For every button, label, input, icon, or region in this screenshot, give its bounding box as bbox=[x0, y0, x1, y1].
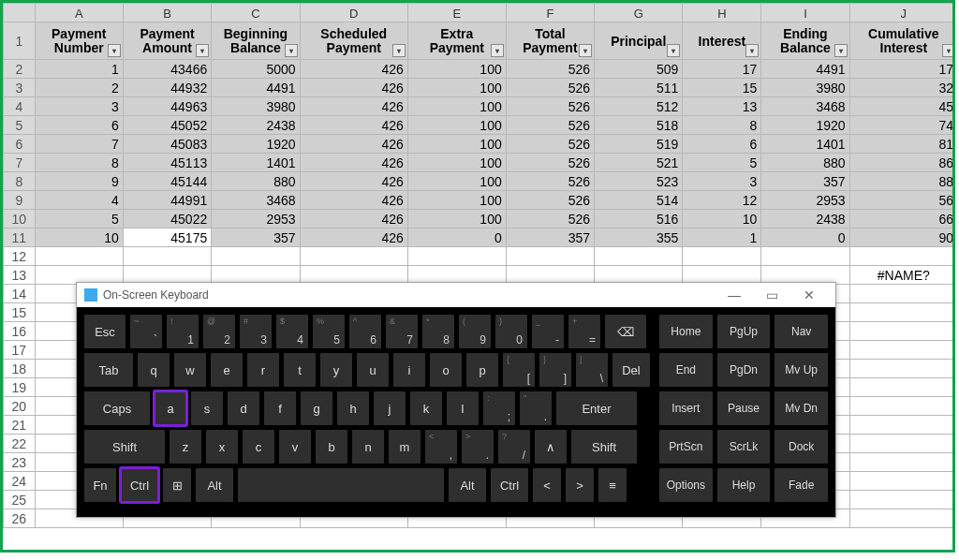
key-mvup[interactable]: Mv Up bbox=[775, 353, 828, 387]
empty-cell[interactable] bbox=[595, 247, 683, 266]
data-cell[interactable]: 523 bbox=[595, 172, 683, 191]
table-header-cell[interactable]: PaymentAmount▾ bbox=[123, 22, 211, 60]
empty-cell[interactable] bbox=[849, 378, 955, 397]
row-header[interactable]: 18 bbox=[4, 360, 36, 378]
filter-dropdown-icon[interactable]: ▾ bbox=[667, 44, 680, 57]
data-cell[interactable]: 0 bbox=[761, 228, 849, 247]
empty-cell[interactable] bbox=[849, 509, 955, 528]
data-cell[interactable]: 5 bbox=[683, 154, 761, 172]
key-[interactable]: <, bbox=[425, 430, 457, 464]
key-p[interactable]: p bbox=[466, 353, 498, 387]
row-header[interactable]: 9 bbox=[4, 191, 36, 210]
data-cell[interactable]: 8 bbox=[683, 116, 761, 135]
data-cell[interactable]: 426 bbox=[300, 210, 407, 228]
key-t[interactable]: t bbox=[284, 353, 316, 387]
key-[interactable]: ⌫ bbox=[605, 315, 646, 348]
data-cell[interactable]: 519 bbox=[595, 135, 683, 154]
data-cell[interactable]: 511 bbox=[595, 79, 683, 97]
row-header[interactable]: 7 bbox=[4, 154, 36, 172]
row-header[interactable]: 10 bbox=[4, 210, 36, 228]
data-cell[interactable]: 526 bbox=[506, 97, 594, 116]
empty-cell[interactable] bbox=[849, 416, 955, 435]
key-options[interactable]: Options bbox=[659, 468, 713, 502]
row-header[interactable]: 8 bbox=[4, 172, 36, 191]
data-cell[interactable]: 32 bbox=[849, 79, 955, 97]
data-cell[interactable]: 44932 bbox=[123, 79, 211, 97]
key-x[interactable]: x bbox=[206, 430, 238, 464]
data-cell[interactable]: 17 bbox=[849, 60, 955, 79]
row-header[interactable]: 17 bbox=[4, 341, 36, 360]
filter-dropdown-icon[interactable]: ▾ bbox=[745, 44, 759, 57]
data-cell[interactable]: 10 bbox=[683, 210, 761, 228]
key-fn[interactable]: Fn bbox=[84, 468, 116, 502]
data-cell[interactable]: 100 bbox=[407, 172, 506, 191]
key-0[interactable]: )0 bbox=[495, 315, 527, 348]
error-cell[interactable]: #NAME? bbox=[849, 266, 955, 285]
key-esc[interactable]: Esc bbox=[84, 315, 125, 348]
data-cell[interactable]: 3468 bbox=[212, 191, 300, 210]
col-header[interactable]: C bbox=[212, 4, 300, 22]
row-header[interactable]: 21 bbox=[4, 416, 36, 435]
data-cell[interactable]: 4491 bbox=[212, 79, 300, 97]
key-[interactable]: < bbox=[533, 468, 561, 502]
data-cell[interactable]: 17 bbox=[683, 60, 761, 79]
row-header[interactable]: 11 bbox=[4, 228, 36, 247]
empty-cell[interactable] bbox=[506, 247, 594, 266]
key-[interactable]: > bbox=[566, 468, 594, 502]
key-[interactable]: {[ bbox=[503, 353, 535, 387]
data-cell[interactable]: 44991 bbox=[123, 191, 211, 210]
col-header[interactable]: B bbox=[123, 4, 211, 22]
data-cell[interactable]: 2 bbox=[35, 79, 123, 97]
filter-dropdown-icon[interactable]: ▾ bbox=[196, 44, 209, 57]
empty-cell[interactable] bbox=[849, 322, 955, 341]
data-cell[interactable]: 516 bbox=[595, 210, 683, 228]
data-cell[interactable]: 1 bbox=[35, 60, 123, 79]
data-cell[interactable]: 6 bbox=[35, 116, 123, 135]
filter-dropdown-icon[interactable]: ▾ bbox=[942, 44, 955, 57]
table-header-cell[interactable]: CumulativeInterest▾ bbox=[849, 22, 955, 60]
key-o[interactable]: o bbox=[430, 353, 462, 387]
empty-cell[interactable] bbox=[849, 491, 955, 509]
key-mvdn[interactable]: Mv Dn bbox=[775, 391, 828, 425]
col-header[interactable]: F bbox=[506, 4, 594, 22]
row-header[interactable]: 22 bbox=[4, 435, 36, 453]
filter-dropdown-icon[interactable]: ▾ bbox=[579, 44, 592, 57]
row-header[interactable]: 26 bbox=[4, 509, 36, 528]
key-e[interactable]: e bbox=[211, 353, 243, 387]
key-caps[interactable]: Caps bbox=[84, 391, 150, 425]
data-cell[interactable]: 526 bbox=[506, 116, 594, 135]
data-cell[interactable]: 526 bbox=[506, 79, 594, 97]
select-all-corner[interactable] bbox=[4, 4, 36, 22]
key-g[interactable]: g bbox=[301, 391, 332, 425]
data-cell[interactable]: 526 bbox=[506, 135, 594, 154]
data-cell[interactable]: 357 bbox=[212, 228, 300, 247]
data-cell[interactable]: 514 bbox=[595, 191, 683, 210]
key-4[interactable]: $4 bbox=[276, 315, 308, 348]
key-[interactable]: ⊞ bbox=[163, 468, 191, 502]
key-ctrl[interactable]: Ctrl bbox=[491, 468, 528, 502]
key-[interactable]: ~` bbox=[130, 315, 162, 348]
data-cell[interactable]: 526 bbox=[506, 210, 594, 228]
row-header[interactable]: 16 bbox=[4, 322, 36, 341]
data-cell[interactable]: 526 bbox=[506, 60, 594, 79]
key-z[interactable]: z bbox=[170, 430, 201, 464]
data-cell[interactable]: 426 bbox=[300, 97, 407, 116]
key-i[interactable]: i bbox=[393, 353, 425, 387]
data-cell[interactable]: 3980 bbox=[212, 97, 300, 116]
data-cell[interactable]: 355 bbox=[595, 228, 683, 247]
filter-dropdown-icon[interactable]: ▾ bbox=[285, 44, 298, 57]
data-cell[interactable]: 100 bbox=[407, 60, 506, 79]
key-ctrl[interactable]: Ctrl bbox=[121, 468, 158, 502]
minimize-button[interactable]: — bbox=[716, 287, 753, 302]
row-header[interactable]: 23 bbox=[4, 453, 36, 472]
key-3[interactable]: #3 bbox=[240, 315, 272, 348]
key-shift[interactable]: Shift bbox=[571, 430, 637, 464]
empty-cell[interactable] bbox=[849, 472, 955, 491]
table-header-cell[interactable]: PaymentNumber▾ bbox=[35, 22, 123, 60]
data-cell[interactable]: 426 bbox=[300, 79, 407, 97]
key-prtscn[interactable]: PrtScn bbox=[659, 430, 713, 464]
data-cell[interactable]: 4491 bbox=[761, 60, 849, 79]
key-alt[interactable]: Alt bbox=[196, 468, 233, 502]
key-9[interactable]: (9 bbox=[459, 315, 491, 348]
key-s[interactable]: s bbox=[191, 391, 223, 425]
